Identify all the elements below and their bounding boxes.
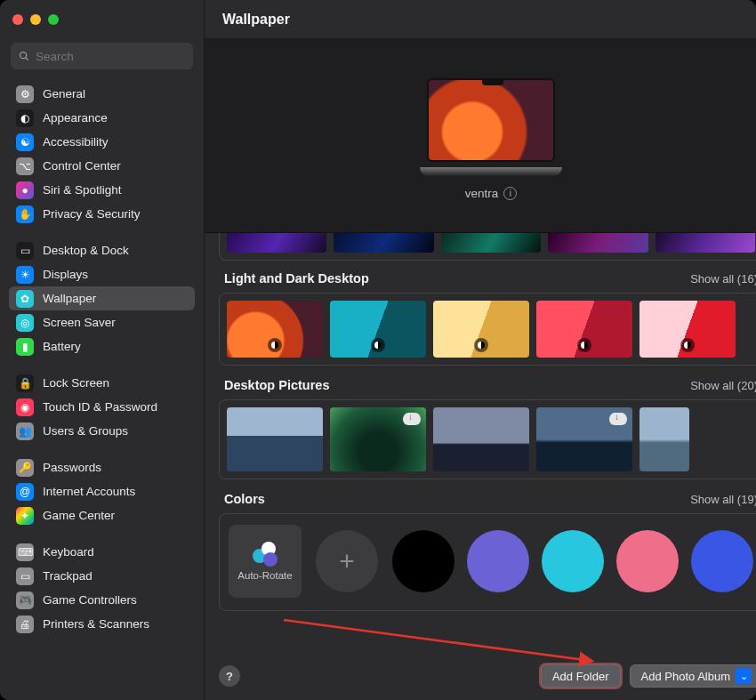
info-icon[interactable]: i [503,187,517,200]
lightdark-badge-icon [577,338,591,352]
dynamic-thumb[interactable] [334,233,433,253]
sidebar-icon: @ [16,483,34,501]
sidebar-item-label: Printers & Scanners [43,617,149,631]
svg-line-2 [284,620,591,661]
help-button[interactable]: ? [219,665,240,687]
sidebar-item-label: Battery [43,340,81,353]
lightdark-thumb[interactable] [227,301,323,358]
section-title: Desktop Pictures [224,378,329,392]
color-swatch[interactable] [467,530,529,592]
color-swatches [392,530,753,592]
sidebar-list[interactable]: ⚙︎General◐Appearance☯Accessibility⌥Contr… [0,82,204,648]
footer-bar: ? Add Folder Add Photo Album ⌄ [219,664,756,688]
sidebar-item-touch-id-password[interactable]: ◉Touch ID & Password [9,395,195,419]
sidebar-icon: 🔒 [16,374,34,392]
sidebar-item-passwords[interactable]: 🔑Passwords [9,455,195,479]
sidebar-item-accessibility[interactable]: ☯Accessibility [9,130,195,154]
dynamic-thumb[interactable] [227,233,326,253]
search-input[interactable] [36,50,186,63]
sidebar-item-label: Appearance [43,111,108,125]
color-swatch[interactable] [542,530,604,592]
color-swatch[interactable] [691,530,753,592]
zoom-icon[interactable] [48,14,59,25]
add-photo-album-label: Add Photo Album [641,670,730,683]
sidebar-item-control-center[interactable]: ⌥Control Center [9,154,195,178]
sidebar-item-label: Displays [43,268,88,281]
sidebar-item-label: Users & Groups [43,424,128,438]
desktop-picture-thumb[interactable] [639,407,689,471]
section-title: Colors [224,492,265,506]
add-color-button[interactable]: + [316,530,378,592]
color-swatch[interactable] [392,530,454,592]
color-swatch[interactable] [616,530,679,592]
notch-icon [482,80,503,85]
sidebar-item-printers-scanners[interactable]: 🖨Printers & Scanners [9,612,195,636]
close-icon[interactable] [12,14,23,25]
window-controls [0,0,204,39]
auto-rotate-tile[interactable]: Auto-Rotate [229,525,302,598]
main-pane: Wallpaper ventra i Light and Dark Deskto… [205,0,756,700]
desktop-picture-thumb[interactable] [227,407,323,471]
desktop-picture-thumb[interactable] [330,407,426,471]
show-all-lightdark[interactable]: Show all (16) [690,272,756,286]
sidebar-icon: ◎ [16,314,34,332]
desktop-picture-thumb[interactable] [433,407,529,471]
sidebar-item-label: Accessibility [43,135,109,149]
add-folder-label: Add Folder [552,670,609,683]
show-all-colors[interactable]: Show all (19) [690,493,756,506]
sidebar-item-lock-screen[interactable]: 🔒Lock Screen [9,371,195,395]
wallpaper-preview-hero: ventra i [205,39,756,233]
sidebar-item-game-controllers[interactable]: 🎮Game Controllers [9,588,195,612]
content-scroll[interactable]: Light and Dark Desktop Show all (16) Des… [205,233,756,700]
lightdark-thumb[interactable] [330,301,426,358]
sidebar-item-trackpad[interactable]: ▭Trackpad [9,564,195,588]
lightdark-badge-icon [268,338,282,352]
add-photo-album-button[interactable]: Add Photo Album ⌄ [630,664,756,688]
lightdark-thumb[interactable] [433,301,529,358]
sidebar-item-privacy-security[interactable]: ✋Privacy & Security [9,202,195,226]
chevron-down-icon: ⌄ [736,668,752,684]
svg-line-1 [26,58,28,60]
lightdark-thumbs [227,301,755,358]
dynamic-thumb[interactable] [655,233,755,253]
sidebar-item-wallpaper[interactable]: ✿Wallpaper [9,286,195,310]
sidebar-item-internet-accounts[interactable]: @Internet Accounts [9,479,195,503]
dynamic-thumb[interactable] [548,233,647,253]
sidebar-item-game-center[interactable]: ✦Game Center [9,503,195,527]
lightdark-thumb[interactable] [536,301,632,358]
sidebar-icon: ✦ [16,507,34,525]
add-folder-button[interactable]: Add Folder [541,664,621,688]
sidebar-item-label: Screen Saver [43,316,116,329]
dynamic-thumb[interactable] [441,233,541,253]
sidebar-item-label: Internet Accounts [43,485,135,498]
sidebar-item-users-groups[interactable]: 👥Users & Groups [9,419,195,443]
sidebar-item-label: Privacy & Security [43,207,141,221]
sidebar-icon: ✋ [16,205,34,223]
section-header-colors: Colors Show all (19) [224,492,756,506]
sidebar-icon: ⚙︎ [16,85,34,103]
sidebar-item-siri-spotlight[interactable]: ●Siri & Spotlight [9,178,195,202]
sidebar-icon: ▭ [16,567,34,585]
sidebar-item-screen-saver[interactable]: ◎Screen Saver [9,310,195,334]
sidebar-item-label: Keyboard [43,545,94,559]
laptop-screen [427,78,555,162]
annotation-arrow [280,615,600,668]
sidebar-item-battery[interactable]: ▮Battery [9,334,195,358]
colors-panel: Auto-Rotate + [219,513,756,611]
sidebar-item-appearance[interactable]: ◐Appearance [9,106,195,130]
auto-rotate-icon [253,542,277,567]
sidebar-item-desktop-dock[interactable]: ▭Desktop & Dock [9,238,195,262]
sidebar-icon: ● [16,181,34,199]
sidebar-icon: 🎮 [16,591,34,609]
lightdark-thumb[interactable] [639,301,736,358]
sidebar-item-keyboard[interactable]: ⌨Keyboard [9,540,195,564]
sidebar-icon: ☯ [16,133,34,151]
show-all-desktop-pictures[interactable]: Show all (20) [690,379,756,392]
sidebar-item-general[interactable]: ⚙︎General [9,82,195,106]
sidebar-item-displays[interactable]: ☀Displays [9,262,195,286]
sidebar-item-label: Desktop & Dock [43,244,129,257]
sidebar-icon: ☀ [16,266,34,284]
desktop-picture-thumb[interactable] [536,407,632,471]
search-field[interactable] [11,43,193,69]
minimize-icon[interactable] [30,14,41,25]
